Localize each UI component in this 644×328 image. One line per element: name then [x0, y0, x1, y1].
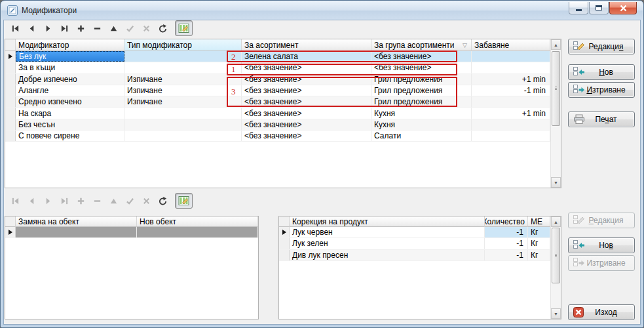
- table-row[interactable]: На скара <без значение> Кухня +1 min: [5, 108, 561, 119]
- cell-quantity[interactable]: -1: [485, 250, 528, 260]
- delete-button[interactable]: Изтриване: [568, 82, 635, 98]
- nav-next-icon[interactable]: [40, 24, 56, 33]
- exit-button[interactable]: Изход: [568, 304, 635, 320]
- cell-delay[interactable]: [472, 119, 550, 130]
- cell-delay[interactable]: -1 min: [472, 85, 550, 96]
- table-row[interactable]: Без чесън <без значение> Кухня: [5, 119, 561, 131]
- cell-modifier-type[interactable]: [124, 119, 242, 130]
- new-button[interactable]: Нов: [568, 64, 635, 80]
- cell-assortment[interactable]: <без значение>: [242, 74, 371, 85]
- new-button-bottom[interactable]: Нов: [568, 237, 635, 253]
- cell-delay[interactable]: [472, 51, 550, 62]
- table-row[interactable]: Средно изпечено Изпичане <без значение> …: [5, 96, 561, 108]
- cell-modifier[interactable]: На скара: [16, 108, 124, 118]
- cell-product[interactable]: Лук зелен: [290, 238, 485, 249]
- column-header-modifier-type[interactable]: Тип модификатор: [124, 39, 242, 51]
- cell-assortment-group[interactable]: Кухня: [371, 108, 472, 118]
- cell-delay[interactable]: [472, 131, 550, 141]
- column-header-product-correction[interactable]: Корекция на продукт: [290, 216, 485, 227]
- cell-delay[interactable]: +1 min: [472, 108, 550, 118]
- table-row[interactable]: Без лук Зелена салата <без значение>: [5, 51, 561, 62]
- column-header-new-object[interactable]: Нов обект: [137, 216, 258, 227]
- table-row[interactable]: Лук зелен -1 Кг: [279, 238, 561, 249]
- grid-edit-toggle-button[interactable]: [175, 20, 193, 36]
- nav-refresh-icon[interactable]: [155, 197, 171, 205]
- cell-assortment[interactable]: <без значение>: [242, 119, 371, 130]
- table-row[interactable]: Добре изпечено Изпичане <без значение> Г…: [5, 74, 561, 85]
- cell-assortment[interactable]: Зелена салата: [242, 51, 371, 62]
- cell-modifier[interactable]: За в къщи: [16, 62, 124, 73]
- cell-assortment-group[interactable]: Салати: [371, 131, 472, 141]
- table-row[interactable]: Лук червен -1 Кг: [279, 227, 561, 238]
- cell-unit[interactable]: Кг: [528, 227, 550, 237]
- column-header-delay[interactable]: Забавяне: [472, 39, 550, 51]
- cell-quantity[interactable]: -1: [485, 227, 528, 237]
- nav-refresh-icon[interactable]: [155, 24, 171, 33]
- cell-modifier-type[interactable]: [124, 51, 242, 62]
- column-header-modifier[interactable]: Модификатор: [16, 39, 124, 51]
- cell-modifier[interactable]: Добре изпечено: [16, 74, 124, 85]
- scroll-up-button[interactable]: ▲: [551, 39, 561, 50]
- cell-modifier-type[interactable]: [124, 131, 242, 141]
- maximize-button[interactable]: [589, 2, 609, 14]
- cell-assortment[interactable]: <без значение>: [242, 131, 371, 141]
- correction-grid-scrollbar[interactable]: ▲ ▼: [550, 216, 561, 319]
- column-header-replace-object[interactable]: Замяна на обект: [16, 216, 137, 227]
- cell-modifier-type[interactable]: Изпичане: [124, 74, 242, 85]
- cell-delay[interactable]: [472, 62, 550, 73]
- scroll-down-button[interactable]: ▼: [551, 308, 561, 319]
- cell-assortment[interactable]: <без значение>: [242, 96, 371, 107]
- cell-modifier[interactable]: Без лук: [16, 51, 124, 62]
- table-row[interactable]: С повече сирене <без значение> Салати: [5, 131, 561, 142]
- nav-last-icon[interactable]: [56, 24, 73, 33]
- cell-delay[interactable]: [472, 96, 550, 107]
- edit-button[interactable]: Редакция: [568, 39, 635, 54]
- nav-edit-icon[interactable]: [105, 24, 122, 33]
- table-row[interactable]: За в къщи <без значение> <без значение>: [5, 62, 561, 73]
- nav-prior-icon[interactable]: [24, 24, 40, 33]
- nav-delete-icon[interactable]: [89, 24, 105, 33]
- close-button[interactable]: [609, 2, 637, 14]
- column-header-assortment[interactable]: За асортимент: [242, 39, 371, 51]
- cell-unit[interactable]: Кг: [528, 238, 550, 249]
- column-header-quantity[interactable]: Количество: [485, 216, 528, 227]
- grid-edit-toggle-button[interactable]: [175, 193, 193, 209]
- scroll-down-button[interactable]: ▼: [551, 177, 561, 188]
- table-row[interactable]: [5, 227, 258, 238]
- cell-modifier-type[interactable]: [124, 108, 242, 118]
- main-grid-scrollbar[interactable]: ▲ ▼: [550, 39, 561, 188]
- cell-modifier[interactable]: Без чесън: [16, 119, 124, 130]
- column-header-unit[interactable]: МЕ: [528, 216, 550, 227]
- nav-first-icon[interactable]: [7, 24, 24, 33]
- cell-unit[interactable]: Кг: [528, 250, 550, 260]
- nav-insert-icon[interactable]: [73, 24, 89, 33]
- cell-product[interactable]: Див лук пресен: [290, 250, 485, 260]
- cell-assortment-group[interactable]: Кухня: [371, 119, 472, 130]
- cell-modifier-type[interactable]: [124, 62, 242, 73]
- cell-product[interactable]: Лук червен: [290, 227, 485, 237]
- cell-modifier-type[interactable]: Изпичане: [124, 85, 242, 96]
- column-header-assortment-group[interactable]: За група асортименти ▽: [371, 39, 472, 51]
- cell-modifier-type[interactable]: Изпичане: [124, 96, 242, 107]
- cell-assortment[interactable]: <без значение>: [242, 108, 371, 118]
- scroll-thumb[interactable]: [552, 51, 560, 126]
- cell-delay[interactable]: +1 min: [472, 74, 550, 85]
- scroll-up-button[interactable]: ▲: [551, 216, 561, 227]
- cell-modifier[interactable]: Средно изпечено: [16, 96, 124, 107]
- cell-modifier[interactable]: С повече сирене: [16, 131, 124, 141]
- cell-assortment-group[interactable]: Грил предложения: [371, 85, 472, 96]
- cell-quantity[interactable]: -1: [485, 238, 528, 249]
- table-row[interactable]: Алангле Изпичане <без значение> Грил пре…: [5, 85, 561, 96]
- cell-modifier[interactable]: Алангле: [16, 85, 124, 96]
- cell-assortment-group[interactable]: Грил предложения: [371, 74, 472, 85]
- cell-new-object[interactable]: [137, 227, 258, 237]
- table-row[interactable]: Див лук пресен -1 Кг: [279, 250, 561, 261]
- cell-assortment[interactable]: <без значение>: [242, 62, 371, 73]
- cell-assortment[interactable]: <без значение>: [242, 85, 371, 96]
- cell-assortment-group[interactable]: <без значение>: [371, 51, 472, 62]
- minimize-button[interactable]: [569, 2, 588, 14]
- cell-replace-object[interactable]: [16, 227, 137, 237]
- cell-assortment-group[interactable]: Грил предложения: [371, 96, 472, 107]
- cell-assortment-group[interactable]: <без значение>: [371, 62, 472, 73]
- print-button[interactable]: Печат: [568, 112, 635, 127]
